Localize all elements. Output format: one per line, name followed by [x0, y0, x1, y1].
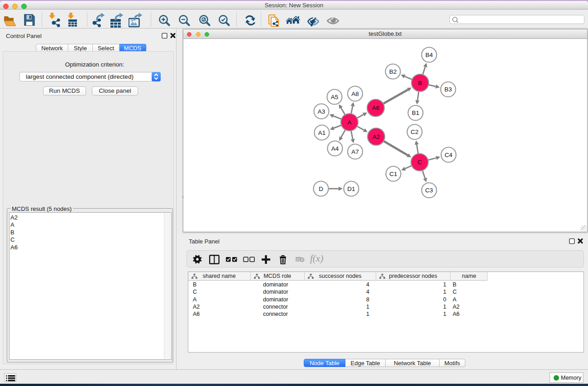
- svg-text:B2: B2: [389, 68, 397, 75]
- svg-text:A3: A3: [318, 108, 325, 115]
- svg-text:A1: A1: [318, 129, 326, 136]
- svg-text:C4: C4: [445, 152, 453, 158]
- svg-text:A4: A4: [331, 145, 339, 152]
- svg-text:C2: C2: [411, 129, 418, 135]
- svg-text:B4: B4: [425, 52, 433, 58]
- svg-text:A6: A6: [372, 105, 380, 111]
- svg-text:B1: B1: [412, 110, 420, 116]
- svg-text:B: B: [418, 80, 422, 86]
- svg-text:A5: A5: [331, 94, 339, 100]
- svg-text:C1: C1: [389, 171, 397, 177]
- svg-text:A8: A8: [351, 91, 359, 97]
- svg-text:D: D: [319, 186, 323, 192]
- svg-text:C: C: [417, 159, 422, 166]
- svg-text:A7: A7: [351, 148, 359, 155]
- svg-text:D1: D1: [347, 186, 355, 192]
- svg-text:C3: C3: [425, 187, 433, 194]
- svg-text:B3: B3: [445, 86, 452, 93]
- svg-text:A2: A2: [373, 133, 380, 140]
- svg-text:A: A: [347, 119, 351, 126]
